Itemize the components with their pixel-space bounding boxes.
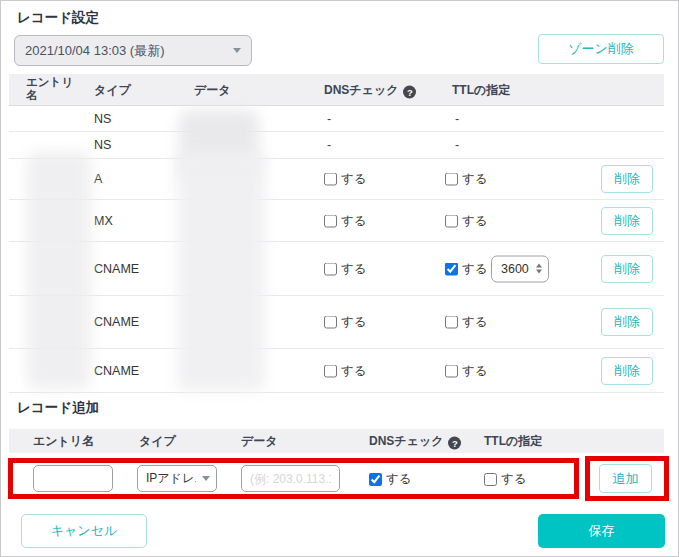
- redacted-entry-name: [27, 151, 91, 389]
- ttl-checkbox[interactable]: [445, 316, 458, 329]
- ttl-checkbox[interactable]: [445, 262, 458, 275]
- not-applicable-dash: -: [327, 138, 331, 152]
- ttl-checkbox[interactable]: [445, 364, 458, 377]
- col-header-ttl: TTLの指定: [452, 81, 510, 98]
- add-dns-check-label[interactable]: する: [386, 471, 412, 488]
- delete-record-button[interactable]: 削除: [601, 357, 653, 385]
- add-type-select-value: IPアドレス: [146, 470, 196, 487]
- ttl-field[interactable]: する: [445, 362, 488, 379]
- ttl-label[interactable]: する: [462, 362, 488, 379]
- chevron-down-icon: [202, 476, 210, 481]
- number-spinner-icon[interactable]: [536, 264, 542, 274]
- dns-check-checkbox[interactable]: [324, 214, 337, 227]
- add-col-data: データ: [241, 433, 278, 450]
- ttl-field[interactable]: する: [445, 260, 488, 277]
- add-col-type: タイプ: [139, 433, 176, 450]
- add-type-select[interactable]: IPアドレス: [137, 465, 217, 492]
- cancel-button[interactable]: キャンセル: [21, 514, 147, 548]
- record-type: CNAME: [94, 262, 139, 276]
- ttl-label[interactable]: する: [462, 260, 488, 277]
- ttl-value-input[interactable]: 3600: [491, 255, 549, 282]
- delete-record-label: 削除: [614, 313, 640, 331]
- version-select[interactable]: 2021/10/04 13:03 (最新): [14, 35, 252, 66]
- dns-check-field[interactable]: する: [324, 314, 367, 331]
- record-type: CNAME: [94, 315, 139, 329]
- ttl-value: 3600: [501, 262, 529, 276]
- table-row: NS--: [9, 106, 664, 132]
- chevron-down-icon: [233, 48, 241, 53]
- add-col-entry: エントリ名: [33, 433, 94, 450]
- cancel-label: キャンセル: [51, 522, 118, 540]
- page-title: レコード設定: [17, 9, 99, 27]
- not-applicable-dash: -: [327, 112, 331, 126]
- zone-delete-button[interactable]: ゾーン削除: [538, 34, 664, 64]
- dns-check-field[interactable]: する: [324, 212, 367, 229]
- col-header-type: タイプ: [94, 81, 131, 98]
- record-type: NS: [94, 112, 111, 126]
- add-record-button[interactable]: 追加: [599, 464, 652, 493]
- not-applicable-dash: -: [455, 138, 459, 152]
- dns-check-label[interactable]: する: [341, 171, 367, 188]
- table-row: MXするする削除: [9, 200, 664, 242]
- save-button[interactable]: 保存: [538, 514, 665, 548]
- record-type: A: [94, 172, 102, 186]
- ttl-label[interactable]: する: [462, 314, 488, 331]
- delete-record-label: 削除: [614, 212, 640, 230]
- table-row: CNAMEするする3600削除: [9, 242, 664, 296]
- dns-check-label[interactable]: する: [341, 212, 367, 229]
- dns-check-label[interactable]: する: [341, 362, 367, 379]
- dns-check-checkbox[interactable]: [324, 262, 337, 275]
- redacted-data-values: [177, 151, 265, 391]
- record-settings-panel: レコード設定 2021/10/04 13:03 (最新) ゾーン削除 エントリ名…: [0, 0, 679, 557]
- table-row: CNAMEするする削除: [9, 296, 664, 349]
- dns-check-field[interactable]: する: [324, 171, 367, 188]
- ttl-field[interactable]: する: [445, 171, 488, 188]
- ttl-label[interactable]: する: [462, 171, 488, 188]
- record-type: CNAME: [94, 364, 139, 378]
- add-dns-check-header-label: DNSチェック: [369, 434, 443, 448]
- zone-delete-label: ゾーン削除: [568, 40, 634, 58]
- delete-record-button[interactable]: 削除: [601, 255, 653, 283]
- dns-check-field[interactable]: する: [324, 260, 367, 277]
- delete-record-button[interactable]: 削除: [601, 308, 653, 336]
- add-dns-check-field[interactable]: する: [369, 471, 412, 488]
- ttl-checkbox[interactable]: [445, 173, 458, 186]
- dns-check-checkbox[interactable]: [324, 364, 337, 377]
- dns-check-field[interactable]: する: [324, 362, 367, 379]
- record-type: NS: [94, 138, 111, 152]
- delete-record-button[interactable]: 削除: [601, 165, 653, 193]
- version-select-value: 2021/10/04 13:03 (最新): [25, 42, 227, 60]
- delete-record-label: 削除: [614, 170, 640, 188]
- add-col-dns-check: DNSチェック?: [369, 433, 461, 450]
- dns-check-label[interactable]: する: [341, 314, 367, 331]
- dns-check-header-label: DNSチェック: [324, 82, 398, 96]
- add-ttl-field[interactable]: する: [484, 471, 527, 488]
- dns-check-checkbox[interactable]: [324, 316, 337, 329]
- add-record-title: レコード追加: [17, 399, 99, 417]
- add-record-header: エントリ名 タイプ データ DNSチェック? TTLの指定: [9, 429, 664, 453]
- not-applicable-dash: -: [455, 112, 459, 126]
- col-header-dns-check: DNSチェック?: [324, 81, 416, 98]
- add-ttl-checkbox[interactable]: [484, 473, 497, 486]
- add-dns-checkbox[interactable]: [369, 473, 382, 486]
- ttl-field[interactable]: する: [445, 212, 488, 229]
- help-icon[interactable]: ?: [403, 85, 416, 98]
- table-row: CNAMEするする削除: [9, 349, 664, 393]
- ttl-checkbox[interactable]: [445, 214, 458, 227]
- save-label: 保存: [589, 522, 615, 540]
- add-data-input[interactable]: [241, 465, 340, 492]
- delete-record-label: 削除: [614, 260, 640, 278]
- record-type: MX: [94, 214, 113, 228]
- record-table-body: NS--NS--Aするする削除MXするする削除CNAMEするする3600削除CN…: [9, 106, 664, 393]
- table-row: Aするする削除: [9, 159, 664, 200]
- add-entry-input[interactable]: [33, 465, 113, 492]
- table-row: NS--: [9, 132, 664, 159]
- help-icon[interactable]: ?: [448, 437, 461, 450]
- add-ttl-check-label[interactable]: する: [501, 471, 527, 488]
- dns-check-label[interactable]: する: [341, 260, 367, 277]
- ttl-label[interactable]: する: [462, 212, 488, 229]
- ttl-field[interactable]: する: [445, 314, 488, 331]
- delete-record-button[interactable]: 削除: [601, 207, 653, 235]
- dns-check-checkbox[interactable]: [324, 173, 337, 186]
- col-header-data: データ: [194, 81, 231, 98]
